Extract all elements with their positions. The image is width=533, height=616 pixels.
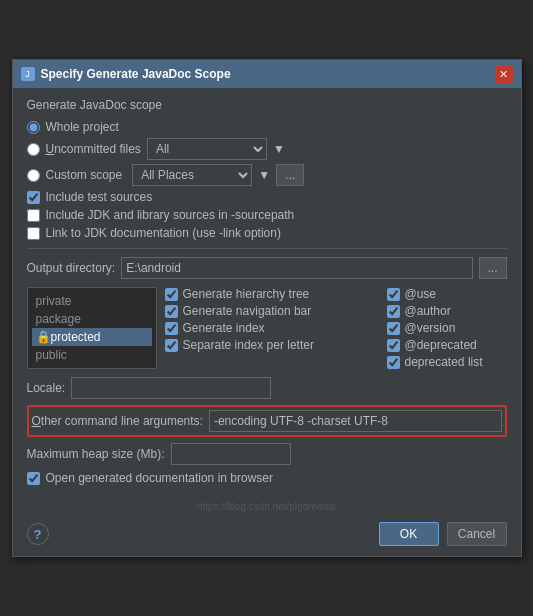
include-test-checkbox[interactable]: [27, 191, 40, 204]
dialog: J Specify Generate JavaDoc Scope ✕ Gener…: [12, 59, 522, 557]
gen-hierarchy-label: Generate hierarchy tree: [183, 287, 310, 301]
title-bar-left: J Specify Generate JavaDoc Scope: [21, 67, 231, 81]
gen-separate-row: Separate index per letter: [165, 338, 379, 352]
gen-separate-checkbox[interactable]: [165, 339, 178, 352]
tag-version-checkbox[interactable]: [387, 322, 400, 335]
tag-author-row: @author: [387, 304, 507, 318]
footer-buttons: OK Cancel: [379, 522, 507, 546]
scope-public[interactable]: public: [32, 346, 152, 364]
include-test-row: Include test sources: [27, 190, 507, 204]
custom-scope-label: Custom scope: [46, 168, 123, 182]
gen-index-checkbox[interactable]: [165, 322, 178, 335]
gen-index-row: Generate index: [165, 321, 379, 335]
whole-project-radio[interactable]: [27, 121, 40, 134]
custom-scope-row: Custom scope All Places ▼ ...: [27, 164, 507, 186]
dialog-icon: J: [21, 67, 35, 81]
main-options: private package 🔒protected public Genera…: [27, 287, 507, 369]
whole-project-row: Whole project: [27, 120, 507, 134]
cancel-button[interactable]: Cancel: [447, 522, 507, 546]
link-jdk-checkbox[interactable]: [27, 227, 40, 240]
uncommitted-radio[interactable]: [27, 143, 40, 156]
tag-author-label: @author: [405, 304, 451, 318]
include-jdk-checkbox[interactable]: [27, 209, 40, 222]
help-button[interactable]: ?: [27, 523, 49, 545]
uncommitted-dropdown[interactable]: All: [147, 138, 267, 160]
include-jdk-row: Include JDK and library sources in -sour…: [27, 208, 507, 222]
output-label: Output directory:: [27, 261, 116, 275]
uncommitted-row: Uncommitted files All ▼: [27, 138, 507, 160]
separator1: [27, 248, 507, 249]
output-browse-button[interactable]: ...: [479, 257, 507, 279]
tag-author-checkbox[interactable]: [387, 305, 400, 318]
locale-label: Locale:: [27, 381, 66, 395]
tag-version-label: @version: [405, 321, 456, 335]
whole-project-label: Whole project: [46, 120, 119, 134]
gen-hierarchy-checkbox[interactable]: [165, 288, 178, 301]
ok-button[interactable]: OK: [379, 522, 439, 546]
scope-protected[interactable]: 🔒protected: [32, 328, 152, 346]
title-bar: J Specify Generate JavaDoc Scope ✕: [13, 60, 521, 88]
link-jdk-row: Link to JDK documentation (use -link opt…: [27, 226, 507, 240]
other-args-input[interactable]: [209, 410, 502, 432]
scope-package[interactable]: package: [32, 310, 152, 328]
open-browser-row: Open generated documentation in browser: [27, 471, 507, 485]
scope-tree: private package 🔒protected public: [27, 287, 157, 369]
custom-scope-browse[interactable]: ...: [276, 164, 304, 186]
custom-scope-dropdown[interactable]: All Places: [132, 164, 252, 186]
gen-navbar-row: Generate navigation bar: [165, 304, 379, 318]
scope-private[interactable]: private: [32, 292, 152, 310]
tag-use-checkbox[interactable]: [387, 288, 400, 301]
heap-input[interactable]: [171, 443, 291, 465]
gen-navbar-label: Generate navigation bar: [183, 304, 312, 318]
tag-deprecated-list-label: deprecated list: [405, 355, 483, 369]
gen-checkboxes-panel: Generate hierarchy tree Generate navigat…: [165, 287, 379, 369]
close-button[interactable]: ✕: [495, 65, 513, 83]
gen-navbar-checkbox[interactable]: [165, 305, 178, 318]
tag-use-row: @use: [387, 287, 507, 301]
dialog-title: Specify Generate JavaDoc Scope: [41, 67, 231, 81]
tag-deprecated-list-row: deprecated list: [387, 355, 507, 369]
output-input[interactable]: [121, 257, 472, 279]
other-args-row: Other command line arguments:: [27, 405, 507, 437]
locale-row: Locale:: [27, 377, 507, 399]
open-browser-label: Open generated documentation in browser: [46, 471, 273, 485]
link-jdk-label: Link to JDK documentation (use -link opt…: [46, 226, 281, 240]
include-jdk-label: Include JDK and library sources in -sour…: [46, 208, 295, 222]
dialog-body: Generate JavaDoc scope Whole project Unc…: [13, 88, 521, 499]
tag-deprecated-list-checkbox[interactable]: [387, 356, 400, 369]
footer: ? OK Cancel: [13, 516, 521, 556]
gen-index-label: Generate index: [183, 321, 265, 335]
locale-input[interactable]: [71, 377, 271, 399]
heap-row: Maximum heap size (Mb):: [27, 443, 507, 465]
include-test-label: Include test sources: [46, 190, 153, 204]
uncommitted-label: Uncommitted files: [46, 142, 141, 156]
tag-version-row: @version: [387, 321, 507, 335]
output-row: Output directory: ...: [27, 257, 507, 279]
tag-deprecated-row: @deprecated: [387, 338, 507, 352]
watermark: https://blog.csdn.net/pigdreams: [13, 499, 521, 516]
gen-hierarchy-row: Generate hierarchy tree: [165, 287, 379, 301]
heap-label: Maximum heap size (Mb):: [27, 447, 165, 461]
tag-deprecated-label: @deprecated: [405, 338, 477, 352]
tag-use-label: @use: [405, 287, 437, 301]
custom-scope-radio[interactable]: [27, 169, 40, 182]
scope-section-label: Generate JavaDoc scope: [27, 98, 507, 112]
tags-panel: @use @author @version @deprecated deprec…: [387, 287, 507, 369]
open-browser-checkbox[interactable]: [27, 472, 40, 485]
other-args-label: Other command line arguments:: [32, 414, 203, 428]
tag-deprecated-checkbox[interactable]: [387, 339, 400, 352]
gen-separate-label: Separate index per letter: [183, 338, 314, 352]
